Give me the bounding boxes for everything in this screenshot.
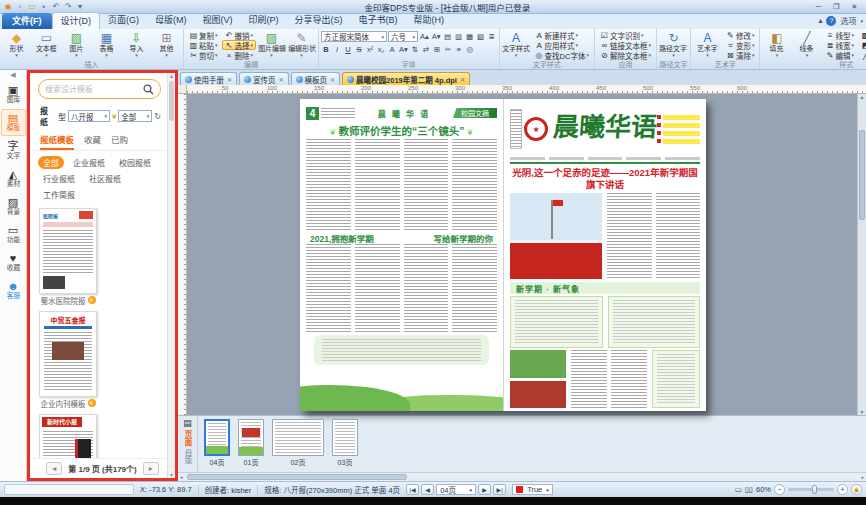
close-icon[interactable]: ✕ [227, 76, 232, 83]
ribbon-button-编辑形状[interactable]: ✎编辑形状▾ [287, 30, 316, 58]
font-family-select[interactable]: 方正报宋简体▾ [321, 31, 387, 42]
page-thumbnail-01页[interactable]: 01页 [238, 419, 264, 467]
ribbon-button-文字识别[interactable]: ☑文字识别▾ [597, 30, 654, 40]
sidebar-collapse-icon[interactable]: ◀ [10, 71, 15, 80]
format-icon-S[interactable]: S [354, 44, 364, 55]
page-thumbnail-03页[interactable]: 03页 [332, 419, 358, 467]
font-tool-icon[interactable]: ▥ [454, 31, 464, 42]
search-input[interactable] [45, 85, 140, 94]
panel-scrollbar[interactable]: ▲▼ [167, 73, 175, 478]
first-page-button[interactable]: |◀ [406, 484, 419, 495]
new-icon[interactable]: ▫ [15, 2, 25, 12]
options-dropdown-icon[interactable]: ▾ [860, 18, 863, 24]
color-mode-select[interactable]: True▾ [512, 484, 553, 495]
doc-tab-晨曦校园2019年第二期 4p.dpl[interactable]: 晨曦校园2019年第二期 4p.dpl✕ [342, 72, 470, 85]
ribbon-button-链接文本框[interactable]: ∞链接文本框▾ [597, 40, 654, 50]
zoom-in-button[interactable]: + [837, 484, 848, 495]
ribbon-button-透明度[interactable]: ◩透明度▾ [858, 40, 866, 50]
paragraph-icon[interactable]: ◎ [465, 44, 475, 55]
ribbon-button-新建样式[interactable]: A新建样式▾ [532, 30, 592, 40]
font-tool-icon[interactable]: A▾ [431, 31, 442, 42]
zoom-slider[interactable] [788, 488, 834, 491]
sidebar-item-gallery[interactable]: ▣图库 [1, 81, 26, 108]
view-mode-single-icon[interactable]: ▭ [735, 485, 742, 494]
close-icon[interactable]: ✕ [279, 76, 284, 83]
ribbon-button-导入[interactable]: ⇩导入▾ [122, 30, 151, 58]
ribbon-button-其他[interactable]: ⊞其他▾ [152, 30, 181, 58]
ribbon-tab-分享导出(S)[interactable]: 分享导出(S) [287, 12, 351, 29]
canvas[interactable]: 4 晨 曦 华 语 校园文摘 ❦ 教师评价学生的“三个镜头” ❦ 2021,拥抱… [178, 94, 866, 415]
panel-tab-报纸模板[interactable]: 报纸模板 [40, 133, 74, 150]
price-select[interactable]: 全部▾ [118, 110, 152, 122]
ribbon-button-查找DC字体[interactable]: ◎查找DC字体▾ [532, 50, 592, 60]
paragraph-icon[interactable]: ⊞ [432, 44, 442, 55]
ribbon-button-填充[interactable]: ◧填充▾ [762, 30, 791, 58]
format-icon-U[interactable]: U [343, 44, 353, 55]
sidebar-item-favorites[interactable]: ♥收藏 [1, 249, 26, 276]
category-chip-工作简报[interactable]: 工作简报 [38, 188, 80, 201]
options-button[interactable]: 选项 [840, 15, 856, 26]
page-thumbnail-02页[interactable]: 02页 [272, 419, 324, 467]
minimize-button[interactable]: ─ [810, 1, 827, 12]
pages-tab[interactable]: 页面 [182, 430, 193, 447]
canvas-vertical-scrollbar[interactable]: ▲▼ [857, 94, 866, 415]
ribbon-button-解除文本框[interactable]: ⊘解除文本框▾ [597, 50, 654, 60]
ribbon-button-图片编辑[interactable]: ▨图片编辑▾ [257, 30, 286, 58]
ribbon-button-粘贴[interactable]: ▥粘贴▾ [186, 40, 221, 50]
page-1[interactable]: ★ 晨曦华语 光阴,这一个足赤的足迹——2021年新学期国旗下讲话 新学期 · … [503, 99, 706, 411]
ribbon-button-删除[interactable]: ×删除▾ [222, 50, 257, 60]
ribbon-button-选择[interactable]: ↖选择▾ [222, 40, 257, 50]
paragraph-icon[interactable]: ✂ [443, 44, 453, 55]
undo-icon[interactable]: ↶ [51, 2, 61, 12]
sidebar-item-features[interactable]: ▭功能 [1, 221, 26, 248]
paragraph-icon[interactable]: ≡ [454, 44, 464, 55]
master-tab[interactable]: 母版 [182, 449, 193, 464]
format-icon-x²[interactable]: x² [365, 44, 375, 55]
doc-tab-使用手册[interactable]: 使用手册✕ [180, 72, 237, 85]
ribbon-button-文字样式[interactable]: A文字样式▾ [502, 30, 531, 58]
format-icon-x₂[interactable]: x₂ [376, 44, 386, 55]
ribbon-button-表格[interactable]: ▦表格▾ [92, 30, 121, 58]
font-size-select[interactable]: 六号▾ [388, 31, 418, 42]
template-card[interactable]: 医院报蜀水医院院报¥ [39, 208, 97, 306]
font-tool-icon[interactable]: ▤ [443, 31, 453, 42]
more-icon[interactable]: ▾ [75, 2, 85, 12]
paragraph-icon[interactable]: ⇅ [410, 44, 420, 55]
view-mode-spread-icon[interactable]: ▯▯ [745, 485, 753, 494]
category-chip-企业报纸[interactable]: 企业报纸 [68, 156, 110, 169]
panel-tab-收藏[interactable]: 收藏 [84, 133, 101, 150]
page-select[interactable]: 04页▾ [436, 484, 476, 495]
ribbon-button-清除[interactable]: ⊠清除▾ [723, 50, 758, 60]
ribbon-button-形状[interactable]: ◆形状▾ [2, 30, 31, 58]
close-icon[interactable]: ✕ [460, 76, 465, 83]
tips-lamp-icon[interactable]: ◉ [851, 484, 862, 495]
ribbon-tab-设计(D)[interactable]: 设计(D) [52, 12, 101, 29]
doc-tab-模板页[interactable]: 模板页✕ [291, 72, 341, 85]
ribbon-tab-视图(V)[interactable]: 视图(V) [195, 12, 241, 29]
ribbon-tab-页面(G)[interactable]: 页面(G) [100, 12, 147, 29]
zoom-out-button[interactable]: − [774, 484, 785, 495]
ribbon-tab-电子书(B)[interactable]: 电子书(B) [351, 12, 406, 29]
ribbon-button-变形[interactable]: ≈变形▾ [723, 40, 758, 50]
ribbon-button-线型[interactable]: ≡线型▾ [822, 30, 857, 40]
font-tool-icon[interactable]: ≣ [487, 31, 497, 42]
ribbon-button-艺术字[interactable]: A艺术字▾ [693, 30, 722, 58]
newspaper-spread[interactable]: 4 晨 曦 华 语 校园文摘 ❦ 教师评价学生的“三个镜头” ❦ 2021,拥抱… [300, 99, 706, 411]
format-icon-B[interactable]: B [321, 44, 331, 55]
ribbon-button-撤销[interactable]: ↶撤销▾ [222, 30, 257, 40]
paragraph-icon[interactable]: ⇄ [421, 44, 431, 55]
ribbon-button-剪切[interactable]: ✂剪切▾ [186, 50, 221, 60]
close-button[interactable]: ✕ [846, 1, 863, 12]
ribbon-button-线宽[interactable]: ≣线宽▾ [822, 40, 857, 50]
template-search-box[interactable] [38, 79, 161, 99]
help-icon[interactable]: ? [826, 16, 836, 26]
template-card[interactable]: 新时代小报红色主题学校内刊报纸¥ [39, 414, 97, 458]
ribbon-tab-母版(M)[interactable]: 母版(M) [147, 12, 195, 29]
sidebar-item-templates[interactable]: ▤模板 [1, 109, 26, 136]
ribbon-button-复制[interactable]: ▤复制▾ [186, 30, 221, 40]
close-icon[interactable]: ✕ [330, 76, 335, 83]
ribbon-button-路径文字[interactable]: ↻路径文字▾ [659, 30, 688, 58]
next-page-button[interactable]: ▶ [478, 484, 491, 495]
font-tool-icon[interactable]: ▧ [476, 31, 486, 42]
save-icon[interactable]: ▪ [39, 2, 49, 12]
